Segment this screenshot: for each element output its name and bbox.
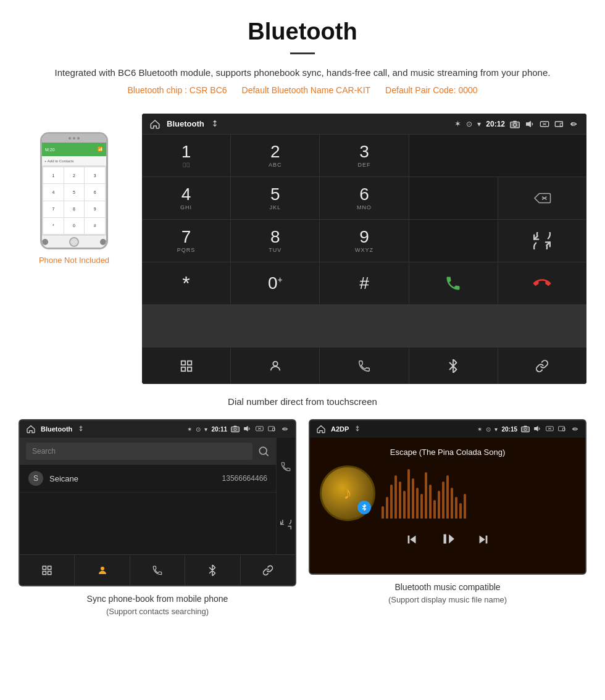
spec-pair: Default Pair Code: 0000 (385, 85, 477, 95)
music-loc-status: ⊙ (486, 426, 491, 433)
dial-end-call-button[interactable] (498, 262, 586, 304)
phone-screen-header: M:20 📶 (42, 143, 106, 156)
pb-nav-grid[interactable] (20, 555, 75, 585)
play-pause-icon (438, 531, 457, 547)
phone-nav-icon (357, 359, 371, 373)
location-status-icon: ⊙ (466, 120, 472, 128)
eq-bar (416, 488, 419, 519)
dial-key-9[interactable]: 9 WXYZ (320, 220, 408, 262)
phone-dial-cell-2: 2 (64, 167, 85, 183)
dial-key-0[interactable]: 0+ (231, 262, 319, 304)
svg-rect-27 (524, 426, 527, 427)
pb-camera-icon (231, 425, 240, 433)
dial-refresh[interactable] (498, 220, 586, 262)
music-body: Escape (The Pina Colada Song) ♪ (310, 438, 585, 573)
nav-phone[interactable] (320, 348, 409, 384)
phone-dial-cell-0: 0 (64, 218, 85, 234)
eq-bar (433, 500, 436, 519)
eq-bar (464, 494, 466, 519)
music-next-button[interactable] (475, 533, 491, 550)
dial-key-8[interactable]: 8 TUV (231, 220, 319, 262)
svg-rect-10 (187, 367, 191, 370)
music-volume-icon (533, 425, 542, 433)
svg-marker-3 (526, 120, 531, 127)
dial-display-area (409, 135, 586, 177)
music-prev-button[interactable] (404, 533, 420, 550)
status-left: Bluetooth (149, 119, 219, 130)
phone-dial-cell-hash: # (85, 218, 105, 234)
pb-volume-icon (243, 425, 252, 433)
phone-not-included-label: Phone Not Included (39, 256, 109, 265)
eq-bar (403, 491, 406, 519)
svg-rect-23 (48, 571, 51, 574)
nav-contacts[interactable] (231, 348, 320, 384)
pb-time: 20:11 (211, 426, 227, 433)
pb-bt-icon: ✶ (187, 426, 192, 433)
svg-rect-9 (181, 367, 185, 370)
music-album-art: ♪ (320, 465, 375, 521)
pb-close-icon (256, 425, 264, 433)
music-play-pause-button[interactable] (438, 531, 457, 551)
pb-search-bar: Search (20, 438, 276, 465)
phone-bottom-bar (42, 235, 106, 248)
dial-empty-r3c4 (409, 220, 498, 262)
dial-key-3[interactable]: 3 DEF (320, 135, 408, 177)
svg-marker-15 (244, 426, 248, 431)
dial-backspace[interactable] (498, 177, 586, 219)
pb-bottom-nav (20, 554, 295, 585)
dial-key-star[interactable]: * (142, 262, 230, 304)
pb-link-icon (262, 565, 273, 576)
bluetooth-nav-icon (446, 359, 460, 373)
phone-dial-cell-3: 3 (85, 167, 105, 183)
pb-nav-bt[interactable] (185, 555, 240, 585)
dialpad-bottom-nav (142, 347, 586, 384)
music-status-left: A2DP (316, 424, 361, 434)
title-divider (290, 52, 315, 54)
music-wifi-status: ▾ (494, 426, 498, 433)
pb-contact-phone: 13566664466 (222, 474, 267, 483)
eq-bar (429, 485, 432, 519)
pb-nav-person[interactable] (75, 555, 130, 585)
svg-rect-34 (444, 534, 446, 543)
pb-person-icon (97, 565, 108, 576)
eq-bar (382, 506, 384, 519)
svg-marker-28 (534, 426, 538, 431)
pb-nav-phone[interactable] (130, 555, 185, 585)
dialpad-display: Bluetooth ✶ ⊙ ▾ 20:12 (142, 114, 586, 384)
phone-bottom-icon-back (100, 239, 106, 245)
dial-key-7[interactable]: 7 PQRS (142, 220, 230, 262)
phone-dial-cell-7: 7 (43, 201, 64, 217)
page-description: Integrated with BC6 Bluetooth module, su… (37, 65, 568, 80)
pb-search-field[interactable]: Search (26, 443, 252, 460)
home-icon (149, 119, 161, 130)
person-icon (269, 359, 282, 373)
nav-grid[interactable] (142, 348, 231, 384)
status-right: ✶ ⊙ ▾ 20:12 (454, 119, 579, 128)
phone-dial-cell-5: 5 (64, 184, 85, 200)
phone-bottom-icon-camera (42, 239, 48, 245)
music-caption-sub: (Support display music file name) (309, 594, 586, 606)
dial-call-button[interactable] (409, 262, 498, 304)
eq-bar (425, 472, 427, 519)
svg-rect-37 (486, 535, 488, 543)
nav-bluetooth[interactable] (409, 348, 498, 384)
pb-refresh-right-icon (280, 520, 291, 531)
dial-key-6[interactable]: 6 MNO (320, 177, 408, 219)
eq-bar (451, 488, 453, 519)
svg-rect-30 (559, 427, 565, 431)
nav-link[interactable] (498, 348, 586, 384)
pb-usb-icon (77, 425, 85, 433)
dial-key-1[interactable]: 1 ⌷⌷ (142, 135, 230, 177)
pb-contact-row[interactable]: S Seicane 13566664466 (20, 465, 276, 493)
music-caption: Bluetooth music compatible (Support disp… (309, 581, 586, 606)
eq-bar (390, 485, 393, 519)
dial-key-4[interactable]: 4 GHI (142, 177, 230, 219)
pb-nav-link[interactable] (241, 555, 295, 585)
dialpad-status-bar: Bluetooth ✶ ⊙ ▾ 20:12 (142, 114, 586, 135)
phonebook-col: Bluetooth ✶ ⊙ ▾ 20:11 (19, 419, 296, 618)
dial-key-2[interactable]: 2 ABC (231, 135, 319, 177)
dial-key-hash[interactable]: # (320, 262, 408, 304)
dial-key-5[interactable]: 5 JKL (231, 177, 319, 219)
eq-bar (455, 497, 457, 519)
svg-rect-17 (269, 427, 275, 431)
